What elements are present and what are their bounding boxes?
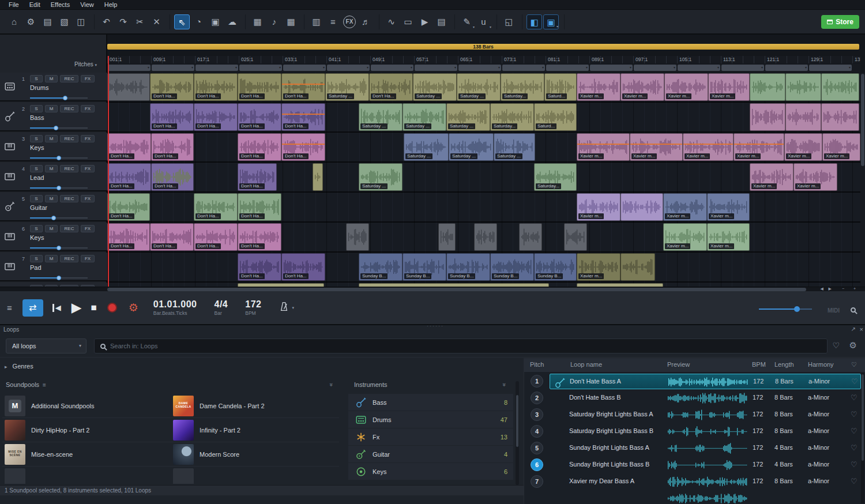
chevron-down-icon[interactable]: ▾	[323, 66, 325, 70]
loop-library-icon[interactable]: ▦	[250, 14, 265, 29]
audio-clip[interactable]: Don't Ha...	[150, 103, 194, 131]
audio-clip[interactable]	[821, 73, 859, 101]
audio-clip[interactable]	[620, 253, 655, 281]
track-lane-5[interactable]: Don't Ha...Don't Ha...Don't Ha...Xavier …	[107, 193, 860, 221]
soundpool-item-partial[interactable]	[2, 467, 171, 484]
audio-clip[interactable]: Saturday...	[534, 163, 577, 191]
delete-icon[interactable]: ✕	[149, 14, 164, 29]
col-pitch[interactable]: Pitch	[530, 361, 544, 368]
audio-clip[interactable]: Don't Ha...	[238, 193, 281, 221]
loop-preview-waveform[interactable]	[667, 442, 748, 457]
scrollbar-thumb[interactable]	[862, 374, 864, 461]
solo-button-track-3[interactable]: S	[30, 135, 43, 142]
pitch-button-3[interactable]: 3	[531, 408, 543, 421]
volume-slider-track-3[interactable]	[30, 156, 88, 160]
object-tool-icon[interactable]: ▣	[208, 14, 223, 29]
audio-clip[interactable]: Saturday...	[490, 103, 534, 131]
audio-clip[interactable]: Saturday...	[501, 73, 544, 101]
col-length[interactable]: Length	[774, 361, 794, 368]
soundpool-item-mise-en-scene[interactable]: MISE EN SCÈNEMise-en-scene	[2, 442, 171, 467]
solo-button-track-6[interactable]: S	[30, 225, 43, 232]
audio-clip[interactable]: Xavier m...	[708, 73, 750, 101]
loop-row-sunday-bright-lights-bass-a[interactable]: 5Sunday Bright Lights Bass A1724 Barsa-M…	[524, 440, 865, 457]
loops-filter-dropdown[interactable]: All loops ▾	[6, 338, 86, 353]
object-list-icon[interactable]: ▤	[434, 14, 449, 29]
record-button-track-4[interactable]: REC	[60, 165, 78, 172]
chevron-down-icon[interactable]: ▾	[586, 66, 588, 70]
loops-search-box[interactable]	[94, 338, 828, 353]
pitch-button-4[interactable]: 4	[531, 425, 543, 438]
audio-clip[interactable]: Don't Ha...	[194, 223, 238, 251]
clips-area[interactable]: Don't Ha...Don't Ha...Don't Ha...Don't H…	[107, 73, 860, 287]
section-header-cell[interactable]: ▾	[415, 65, 457, 71]
fx-button-track-5[interactable]: FX	[81, 195, 95, 202]
mute-button-track-6[interactable]: M	[45, 225, 58, 232]
audio-clip[interactable]	[107, 73, 150, 101]
audio-clip[interactable]: Don't Ha...	[107, 223, 150, 251]
new-project-icon[interactable]: ▤	[40, 14, 55, 29]
audio-clip[interactable]: Sunday B...	[534, 253, 577, 281]
record-button-track-5[interactable]: REC	[60, 195, 78, 202]
loop-preview-waveform[interactable]	[667, 392, 748, 407]
audio-clip[interactable]	[519, 223, 542, 251]
audio-clip[interactable]: Xavier m...	[707, 223, 750, 251]
undo-icon[interactable]: ↶	[99, 14, 114, 29]
loop-row-don-t-hate-bass-a[interactable]: 1Don't Hate Bass A1728 Barsa-Minor♡	[524, 373, 865, 390]
section-header-cell[interactable]: ▾	[327, 65, 370, 71]
favorite-heart-icon[interactable]: ♡	[851, 460, 858, 469]
template-library-icon[interactable]: ▦	[283, 14, 299, 29]
mute-button-track-3[interactable]: M	[45, 135, 58, 142]
mute-button-track-7[interactable]: M	[45, 255, 58, 262]
audio-clip[interactable]: Xavier m...	[683, 133, 734, 161]
audio-clip[interactable]	[438, 223, 456, 251]
loop-row-xavier-my-dear-bass-a[interactable]: 7Xavier my Dear Bass A1728 Barsa-Minor♡	[524, 473, 865, 490]
col-preview[interactable]: Preview	[667, 361, 690, 368]
audio-clip[interactable]: Xavier m...	[750, 163, 793, 191]
section-header-cell[interactable]: ▾	[108, 65, 151, 71]
audio-clip[interactable]: Saturday ...	[449, 133, 494, 161]
zoom-in-icon[interactable]: +	[853, 287, 856, 291]
track-lane-2[interactable]: Don't Ha...Don't Ha...Don't Ha...Don't H…	[107, 103, 860, 131]
loop-row-sunday-bright-lights-bass-b[interactable]: 6Sunday Bright Lights Bass B1724 Barsa-M…	[524, 457, 865, 473]
chevron-down-icon[interactable]: ▾	[542, 66, 544, 70]
section-header-cell[interactable]: ▾	[634, 65, 676, 71]
scrollbar-thumb[interactable]	[861, 74, 864, 166]
chevron-down-icon[interactable]: ▾	[849, 66, 851, 70]
audio-library-icon[interactable]: ♪	[266, 14, 282, 29]
cloud-export-icon[interactable]: ☁	[224, 14, 240, 29]
bpm-display[interactable]: 172 BPM	[245, 299, 261, 316]
audio-clip[interactable]: Xavier m...	[822, 133, 860, 161]
audio-clip[interactable]: Don't Ha...	[281, 73, 325, 101]
stop-button[interactable]: ■	[91, 302, 96, 314]
section-header-cell[interactable]: ▾	[546, 65, 589, 71]
loop-preview-waveform[interactable]	[667, 476, 748, 490]
audio-clip[interactable]: Don't Ha...	[107, 193, 150, 221]
audio-clip[interactable]: Saturday ...	[404, 133, 449, 161]
chevron-down-icon[interactable]: ▾	[805, 66, 807, 70]
record-settings-gear-icon[interactable]: ⚙	[129, 301, 138, 314]
record-button-track-7[interactable]: REC	[60, 255, 78, 262]
loop-row-saturday-bright-lights-bass-b[interactable]: 4Saturday Bright Lights Bass B1728 Barsa…	[524, 423, 865, 440]
favorite-heart-icon[interactable]: ♡	[851, 377, 858, 386]
loop-row-body[interactable]: Don't Hate Bass B1728 Barsa-Minor♡	[550, 390, 861, 406]
select-tool-icon[interactable]: ⇖	[174, 14, 190, 29]
mute-button-track-1[interactable]: M	[45, 75, 58, 82]
audio-clip[interactable]: Saturday ...	[325, 73, 369, 101]
chevron-down-icon[interactable]: ▾	[498, 66, 500, 70]
cut-icon[interactable]: ✂	[132, 14, 148, 29]
menu-item-file[interactable]: File	[3, 1, 24, 8]
audio-clip[interactable]: Don't Ha...	[281, 133, 325, 161]
slider-knob[interactable]	[794, 306, 800, 312]
loop-toggle-button[interactable]: ⇄	[22, 299, 43, 317]
effects-icon[interactable]: FX	[343, 16, 356, 28]
audio-clip[interactable]: Xavier m...	[793, 163, 837, 191]
audio-clip[interactable]	[313, 163, 323, 191]
audio-clip[interactable]: Sunday B...	[403, 253, 446, 281]
loops-settings-gear-icon[interactable]: ⚙	[849, 340, 857, 351]
record-button-track-2[interactable]: REC	[60, 105, 78, 112]
audio-clip[interactable]	[474, 223, 497, 251]
soundpool-item-dame-candela-part-2[interactable]: DAME CANDELADame Candela - Part 2	[171, 394, 339, 418]
menu-item-edit[interactable]: Edit	[24, 1, 46, 8]
record-button-track-1[interactable]: REC	[60, 75, 78, 82]
track-lane-1[interactable]: Don't Ha...Don't Ha...Don't Ha...Don't H…	[107, 73, 860, 101]
